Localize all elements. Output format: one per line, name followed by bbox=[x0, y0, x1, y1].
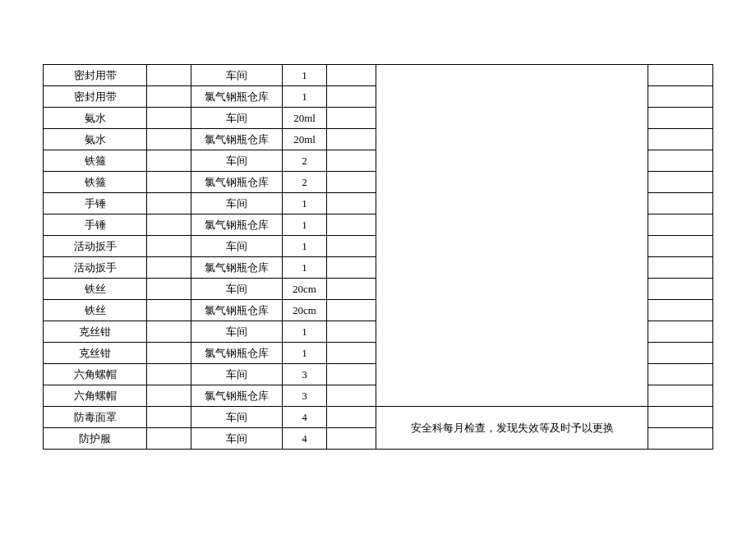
table-cell bbox=[147, 150, 191, 172]
table-cell bbox=[648, 65, 713, 86]
table-cell: 3 bbox=[283, 364, 327, 385]
table-row: 密封用带车间1 bbox=[44, 65, 713, 86]
table-cell bbox=[147, 364, 191, 385]
table-cell bbox=[648, 364, 713, 385]
table-cell bbox=[327, 150, 376, 172]
table-cell: 氯气钢瓶仓库 bbox=[191, 385, 283, 407]
table-cell bbox=[327, 86, 376, 108]
table-cell: 氯气钢瓶仓库 bbox=[191, 86, 283, 108]
table-cell bbox=[327, 129, 376, 150]
table-cell: 车间 bbox=[191, 364, 283, 385]
table-cell: 手锤 bbox=[44, 214, 147, 236]
table-cell: 铁箍 bbox=[44, 172, 147, 193]
table-cell bbox=[648, 108, 713, 129]
table-cell bbox=[147, 343, 191, 364]
table-cell: 4 bbox=[283, 428, 327, 450]
table-cell: 车间 bbox=[191, 321, 283, 343]
table-cell bbox=[376, 65, 648, 407]
table-cell: 活动扳手 bbox=[44, 257, 147, 279]
table-cell: 20ml bbox=[283, 108, 327, 129]
table-cell bbox=[147, 65, 191, 86]
table-cell: 手锤 bbox=[44, 193, 147, 214]
table-cell bbox=[147, 279, 191, 300]
table-cell: 密封用带 bbox=[44, 65, 147, 86]
table-cell bbox=[147, 108, 191, 129]
table-cell: 铁箍 bbox=[44, 150, 147, 172]
table-cell: 防毒面罩 bbox=[44, 407, 147, 428]
table-cell: 克丝钳 bbox=[44, 321, 147, 343]
table-cell bbox=[147, 407, 191, 428]
table-cell bbox=[648, 279, 713, 300]
table-cell bbox=[147, 385, 191, 407]
table-cell bbox=[327, 385, 376, 407]
table-cell bbox=[648, 236, 713, 257]
table-cell: 车间 bbox=[191, 65, 283, 86]
table-cell bbox=[147, 214, 191, 236]
table-cell: 20cm bbox=[283, 300, 327, 321]
table-cell: 密封用带 bbox=[44, 86, 147, 108]
table-cell: 车间 bbox=[191, 279, 283, 300]
table-cell bbox=[648, 428, 713, 450]
table-cell bbox=[327, 300, 376, 321]
table-cell bbox=[147, 300, 191, 321]
table-cell bbox=[327, 257, 376, 279]
table-cell bbox=[147, 193, 191, 214]
table-cell: 车间 bbox=[191, 108, 283, 129]
table-cell bbox=[648, 214, 713, 236]
table-cell: 1 bbox=[283, 214, 327, 236]
table-cell: 氨水 bbox=[44, 129, 147, 150]
table-cell bbox=[147, 257, 191, 279]
table-cell bbox=[147, 86, 191, 108]
table-cell: 氯气钢瓶仓库 bbox=[191, 300, 283, 321]
table-cell bbox=[327, 214, 376, 236]
table-cell: 六角螺帽 bbox=[44, 385, 147, 407]
table-cell bbox=[327, 236, 376, 257]
table-cell: 2 bbox=[283, 172, 327, 193]
table-cell bbox=[147, 321, 191, 343]
table-cell: 车间 bbox=[191, 150, 283, 172]
note-cell: 安全科每月检查，发现失效等及时予以更换 bbox=[376, 407, 648, 450]
table-row: 防毒面罩车间4安全科每月检查，发现失效等及时予以更换 bbox=[44, 407, 713, 428]
table-cell bbox=[648, 385, 713, 407]
table-cell: 1 bbox=[283, 343, 327, 364]
table-cell bbox=[327, 65, 376, 86]
table-cell: 防护服 bbox=[44, 428, 147, 450]
table-cell bbox=[327, 172, 376, 193]
table-cell: 3 bbox=[283, 385, 327, 407]
table-cell: 20ml bbox=[283, 129, 327, 150]
table-cell: 车间 bbox=[191, 193, 283, 214]
table-cell: 铁丝 bbox=[44, 279, 147, 300]
table-cell bbox=[147, 172, 191, 193]
table-cell bbox=[327, 108, 376, 129]
table-cell bbox=[648, 407, 713, 428]
inventory-table: 密封用带车间1密封用带氯气钢瓶仓库1氨水车间20ml氨水氯气钢瓶仓库20ml铁箍… bbox=[43, 64, 713, 450]
table-cell: 1 bbox=[283, 257, 327, 279]
table-cell bbox=[648, 150, 713, 172]
table-cell bbox=[327, 428, 376, 450]
table-cell: 氯气钢瓶仓库 bbox=[191, 257, 283, 279]
table-cell bbox=[648, 257, 713, 279]
table-cell bbox=[327, 193, 376, 214]
table-cell: 氯气钢瓶仓库 bbox=[191, 214, 283, 236]
table-cell bbox=[648, 129, 713, 150]
table-cell bbox=[327, 279, 376, 300]
table-cell bbox=[648, 343, 713, 364]
table-cell bbox=[327, 321, 376, 343]
table-cell: 氯气钢瓶仓库 bbox=[191, 172, 283, 193]
table-cell: 1 bbox=[283, 86, 327, 108]
table-cell: 1 bbox=[283, 321, 327, 343]
table-cell: 克丝钳 bbox=[44, 343, 147, 364]
table-cell: 2 bbox=[283, 150, 327, 172]
table-cell bbox=[147, 428, 191, 450]
table-cell bbox=[648, 86, 713, 108]
table-cell bbox=[648, 300, 713, 321]
table-cell bbox=[327, 407, 376, 428]
table-cell: 铁丝 bbox=[44, 300, 147, 321]
table-cell: 车间 bbox=[191, 236, 283, 257]
table-cell: 氯气钢瓶仓库 bbox=[191, 343, 283, 364]
table-cell: 4 bbox=[283, 407, 327, 428]
table-cell bbox=[327, 364, 376, 385]
table-cell: 1 bbox=[283, 65, 327, 86]
table-cell: 1 bbox=[283, 236, 327, 257]
table-cell bbox=[147, 236, 191, 257]
